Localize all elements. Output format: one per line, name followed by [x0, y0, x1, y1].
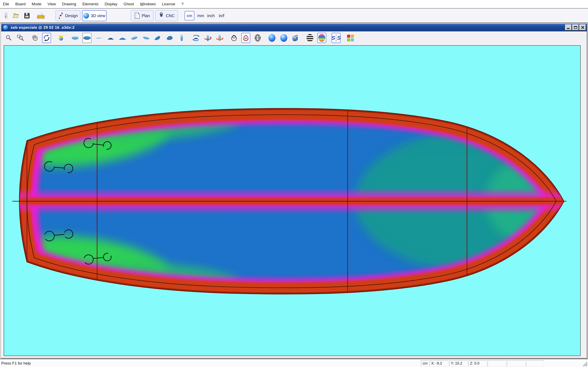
- zebra-stripes-icon[interactable]: [305, 33, 314, 43]
- board-wizard-icon: [3, 12, 9, 19]
- board-rocker-view-icon[interactable]: [94, 33, 103, 43]
- 3d-view-mode-button[interactable]: 3D view: [82, 10, 107, 21]
- board-3d-canvas[interactable]: [4, 45, 581, 356]
- curvature-map-icon[interactable]: [317, 33, 326, 43]
- menu-elements[interactable]: Elements: [82, 2, 98, 6]
- open-file-button[interactable]: [11, 10, 20, 21]
- window-title: seb especiale @ 29 02 16 .s3dx:2: [11, 25, 75, 30]
- unit-mm[interactable]: mm: [196, 11, 205, 20]
- ruler-icon: 1 0: [37, 12, 46, 19]
- window-controls: [565, 25, 586, 30]
- plan-label: Plan: [142, 13, 150, 18]
- design-curve-icon: [58, 12, 63, 19]
- design-mode-button[interactable]: Design: [56, 10, 80, 21]
- wireframe-sphere-icon[interactable]: [241, 33, 250, 43]
- board-tilt-view-2-icon[interactable]: [142, 33, 151, 43]
- light-icon[interactable]: [56, 33, 65, 43]
- menu-windows[interactable]: Windows: [140, 2, 156, 6]
- rotate-3d-icon[interactable]: [42, 33, 51, 43]
- status-unit: cm: [421, 360, 429, 366]
- board-front-view-icon[interactable]: [106, 33, 115, 43]
- symmetry-left-s: S: [332, 35, 335, 41]
- mesh-sphere-icon[interactable]: [253, 33, 262, 43]
- board-bottom-view-icon[interactable]: [82, 33, 91, 43]
- symmetry-right-s: S: [337, 35, 341, 41]
- dimensions-button[interactable]: 1 0: [36, 10, 47, 21]
- svg-text:0: 0: [42, 17, 43, 18]
- status-field-empty-2: [507, 360, 525, 366]
- status-field-empty-1: [488, 360, 506, 366]
- menu-bar: File Board Mode View Drawing Elements Di…: [0, 0, 588, 8]
- 3d-sphere-icon: [83, 13, 89, 18]
- menu-drawing[interactable]: Drawing: [62, 2, 76, 6]
- menu-view[interactable]: View: [48, 2, 56, 6]
- menu-license[interactable]: License: [162, 2, 175, 6]
- zoom-icon[interactable]: [4, 33, 13, 43]
- unit-inf[interactable]: in/f: [217, 11, 226, 20]
- plan-document-icon: [134, 12, 140, 19]
- spin-vertical-icon[interactable]: [215, 33, 224, 43]
- zoom-window-icon[interactable]: [16, 33, 25, 43]
- save-file-button[interactable]: [22, 10, 31, 21]
- status-field-empty-3: [526, 360, 544, 366]
- status-bar: Press F1 for help cm X: -9.2 Y: 15.2 Z: …: [0, 359, 588, 367]
- board-wizard-button[interactable]: [2, 10, 11, 21]
- cnc-bit-icon: [158, 12, 164, 19]
- pan-hand-icon[interactable]: [30, 33, 39, 43]
- unit-inch[interactable]: inch: [206, 11, 216, 20]
- plan-mode-button[interactable]: Plan: [131, 10, 154, 21]
- svg-text:1: 1: [38, 17, 39, 18]
- resize-grip[interactable]: [581, 360, 588, 367]
- symmetry-check-icon[interactable]: S S: [332, 33, 341, 43]
- color-palette-icon[interactable]: [346, 33, 355, 43]
- menu-board[interactable]: Board: [15, 2, 26, 6]
- menu-file[interactable]: File: [3, 2, 9, 6]
- main-toolbar: 1 0 Design 3D view Plan CNC cm: [0, 9, 588, 23]
- board-perspective-2-icon[interactable]: [165, 33, 174, 43]
- menu-ghost[interactable]: Ghost: [123, 2, 134, 6]
- board-document-window: seb especiale @ 29 02 16 .s3dx:2: [0, 23, 588, 359]
- contour-circles-icon[interactable]: [229, 33, 238, 43]
- board-top-view-icon[interactable]: [71, 33, 80, 43]
- board-tilt-view-1-icon[interactable]: [130, 33, 139, 43]
- cnc-mode-button[interactable]: CNC: [155, 10, 178, 21]
- board-curvature-render: [4, 46, 580, 356]
- view-toolbar: S S: [1, 31, 587, 44]
- window-sphere-icon: [3, 25, 9, 30]
- maximize-button[interactable]: [572, 25, 579, 30]
- render-smooth-icon[interactable]: [268, 33, 277, 43]
- close-button[interactable]: [579, 25, 586, 30]
- cnc-label: CNC: [166, 13, 174, 18]
- save-floppy-icon: [24, 12, 30, 19]
- window-title-bar: seb especiale @ 29 02 16 .s3dx:2: [1, 24, 587, 31]
- board-perspective-1-icon[interactable]: [154, 33, 163, 43]
- maximize-icon: [574, 26, 577, 29]
- 3d-view-label: 3D view: [91, 13, 105, 18]
- menu-mode[interactable]: Mode: [32, 2, 42, 6]
- status-x-coordinate: X: -9.2: [430, 360, 448, 366]
- status-help-text: Press F1 for help: [1, 361, 31, 366]
- minimize-icon: [567, 28, 570, 29]
- minimize-button[interactable]: [565, 25, 572, 30]
- board-end-view-icon[interactable]: [177, 33, 186, 43]
- status-y-coordinate: Y: 15.2: [449, 360, 467, 366]
- rotate-front-view-icon[interactable]: [191, 33, 200, 43]
- unit-cm[interactable]: cm: [185, 11, 194, 20]
- open-folder-icon: [12, 12, 19, 19]
- status-z-coordinate: Z: 0.0: [468, 360, 487, 366]
- render-shiny-icon[interactable]: [279, 33, 288, 43]
- menu-display[interactable]: Display: [105, 2, 117, 6]
- paint-texture-icon[interactable]: [291, 33, 300, 43]
- design-label: Design: [65, 13, 78, 18]
- spin-horizontal-icon[interactable]: [203, 33, 212, 43]
- menu-help[interactable]: ?: [181, 2, 183, 6]
- board-back-view-icon[interactable]: [118, 33, 127, 43]
